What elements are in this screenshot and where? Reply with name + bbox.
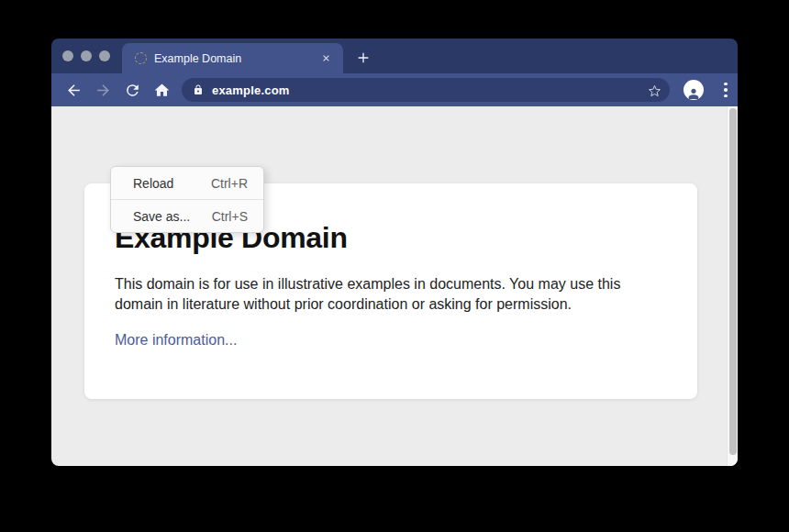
- lock-icon: [193, 84, 204, 95]
- menu-item-reload[interactable]: Reload Ctrl+R: [111, 167, 263, 199]
- address-bar[interactable]: example.com: [182, 78, 670, 102]
- desktop-background: Example Domain: [0, 0, 789, 532]
- page-content: Example Domain This domain is for use in…: [51, 106, 738, 466]
- new-tab-button[interactable]: [354, 49, 372, 67]
- menu-item-shortcut: Ctrl+S: [212, 209, 248, 224]
- window-minimize-button[interactable]: [81, 50, 92, 61]
- toolbar: example.com: [51, 73, 738, 106]
- home-button[interactable]: [147, 77, 176, 103]
- forward-arrow-icon: [94, 82, 112, 99]
- profile-avatar[interactable]: [683, 80, 704, 100]
- tab-title: Example Domain: [154, 52, 317, 65]
- browser-menu-button[interactable]: [717, 83, 735, 98]
- menu-item-label: Save as...: [133, 209, 190, 224]
- scrollbar[interactable]: [727, 106, 738, 466]
- window-close-button[interactable]: [62, 50, 73, 61]
- scrollbar-thumb[interactable]: [729, 108, 737, 455]
- context-menu: Reload Ctrl+R Save as... Ctrl+S: [110, 166, 264, 233]
- window-controls: [62, 50, 110, 61]
- reload-button[interactable]: [117, 77, 147, 103]
- bookmark-star-icon[interactable]: [647, 83, 662, 98]
- back-button[interactable]: [59, 77, 88, 103]
- titlebar: Example Domain: [51, 39, 738, 73]
- browser-tab[interactable]: Example Domain: [122, 43, 343, 73]
- menu-item-label: Reload: [133, 176, 173, 191]
- page-body-text: This domain is for use in illustrative e…: [115, 274, 658, 314]
- menu-item-shortcut: Ctrl+R: [211, 176, 248, 191]
- home-icon: [153, 82, 171, 99]
- forward-button[interactable]: [88, 77, 117, 103]
- tab-close-icon[interactable]: [317, 50, 334, 67]
- url-text[interactable]: example.com: [212, 83, 647, 97]
- menu-item-save-as[interactable]: Save as... Ctrl+S: [111, 200, 263, 232]
- person-icon: [686, 86, 701, 100]
- reload-icon: [124, 82, 141, 99]
- more-information-link[interactable]: More information...: [115, 332, 237, 349]
- browser-window: Example Domain: [51, 39, 738, 466]
- favicon-globe-icon: [135, 52, 147, 64]
- window-zoom-button[interactable]: [99, 50, 110, 61]
- back-arrow-icon: [65, 82, 83, 99]
